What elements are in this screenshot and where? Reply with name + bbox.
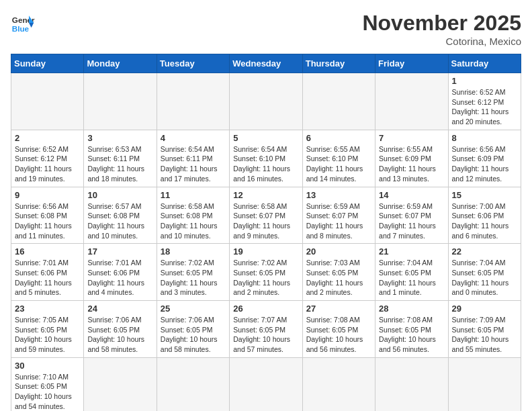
day-number: 17 xyxy=(87,246,152,257)
day-number: 9 xyxy=(15,190,80,200)
calendar-cell: 12Sunrise: 6:58 AM Sunset: 6:07 PM Dayli… xyxy=(230,187,302,244)
calendar-cell xyxy=(448,357,521,411)
calendar-cell: 22Sunrise: 7:04 AM Sunset: 6:05 PM Dayli… xyxy=(448,244,521,301)
day-number: 26 xyxy=(233,304,298,314)
day-number: 7 xyxy=(379,133,444,143)
calendar-cell: 6Sunrise: 6:55 AM Sunset: 6:10 PM Daylig… xyxy=(302,130,375,187)
day-info: Sunrise: 7:01 AM Sunset: 6:06 PM Dayligh… xyxy=(87,258,152,298)
calendar-cell: 23Sunrise: 7:05 AM Sunset: 6:05 PM Dayli… xyxy=(11,301,84,358)
day-info: Sunrise: 6:59 AM Sunset: 6:07 PM Dayligh… xyxy=(379,201,444,241)
day-number: 30 xyxy=(15,361,80,371)
weekday-header-monday: Monday xyxy=(84,54,157,73)
day-info: Sunrise: 6:58 AM Sunset: 6:08 PM Dayligh… xyxy=(161,201,226,241)
weekday-header-row: SundayMondayTuesdayWednesdayThursdayFrid… xyxy=(11,54,521,73)
day-info: Sunrise: 7:04 AM Sunset: 6:05 PM Dayligh… xyxy=(452,258,517,298)
calendar-cell: 18Sunrise: 7:02 AM Sunset: 6:05 PM Dayli… xyxy=(157,244,229,301)
month-title: November 2025 xyxy=(362,11,521,36)
day-info: Sunrise: 7:07 AM Sunset: 6:05 PM Dayligh… xyxy=(233,315,298,355)
svg-text:Blue: Blue xyxy=(12,24,30,33)
title-area: November 2025 Cotorina, Mexico xyxy=(362,11,521,47)
day-number: 2 xyxy=(15,133,80,143)
calendar-row: 2Sunrise: 6:52 AM Sunset: 6:12 PM Daylig… xyxy=(11,130,521,187)
calendar-cell: 2Sunrise: 6:52 AM Sunset: 6:12 PM Daylig… xyxy=(11,130,84,187)
day-info: Sunrise: 7:02 AM Sunset: 6:05 PM Dayligh… xyxy=(161,258,226,298)
day-info: Sunrise: 7:03 AM Sunset: 6:05 PM Dayligh… xyxy=(306,258,371,298)
calendar-cell: 11Sunrise: 6:58 AM Sunset: 6:08 PM Dayli… xyxy=(157,187,229,244)
weekday-header-saturday: Saturday xyxy=(448,54,521,73)
day-info: Sunrise: 7:05 AM Sunset: 6:05 PM Dayligh… xyxy=(15,315,80,355)
day-number: 27 xyxy=(306,304,371,314)
day-info: Sunrise: 7:08 AM Sunset: 6:05 PM Dayligh… xyxy=(379,315,444,355)
day-info: Sunrise: 7:06 AM Sunset: 6:05 PM Dayligh… xyxy=(87,315,152,355)
calendar-row: 16Sunrise: 7:01 AM Sunset: 6:06 PM Dayli… xyxy=(11,244,521,301)
calendar-cell: 5Sunrise: 6:54 AM Sunset: 6:10 PM Daylig… xyxy=(230,130,302,187)
calendar-cell: 7Sunrise: 6:55 AM Sunset: 6:09 PM Daylig… xyxy=(375,130,448,187)
weekday-header-sunday: Sunday xyxy=(11,54,84,73)
day-info: Sunrise: 6:54 AM Sunset: 6:10 PM Dayligh… xyxy=(233,144,298,184)
day-number: 25 xyxy=(161,304,226,314)
day-number: 15 xyxy=(452,190,517,200)
day-info: Sunrise: 7:06 AM Sunset: 6:05 PM Dayligh… xyxy=(161,315,226,355)
day-info: Sunrise: 6:57 AM Sunset: 6:08 PM Dayligh… xyxy=(87,201,152,241)
day-number: 16 xyxy=(15,246,80,257)
day-info: Sunrise: 6:55 AM Sunset: 6:10 PM Dayligh… xyxy=(306,144,371,184)
weekday-header-wednesday: Wednesday xyxy=(230,54,302,73)
calendar-cell xyxy=(157,357,229,411)
day-info: Sunrise: 6:59 AM Sunset: 6:07 PM Dayligh… xyxy=(306,201,371,241)
calendar-cell: 15Sunrise: 7:00 AM Sunset: 6:06 PM Dayli… xyxy=(448,187,521,244)
day-number: 22 xyxy=(452,246,517,257)
calendar-cell: 28Sunrise: 7:08 AM Sunset: 6:05 PM Dayli… xyxy=(375,301,448,358)
logo-icon: General Blue xyxy=(11,11,35,35)
calendar-row: 30Sunrise: 7:10 AM Sunset: 6:05 PM Dayli… xyxy=(11,357,521,411)
day-number: 1 xyxy=(452,76,517,86)
calendar-cell xyxy=(302,357,375,411)
day-number: 14 xyxy=(379,190,444,200)
calendar-cell: 9Sunrise: 6:56 AM Sunset: 6:08 PM Daylig… xyxy=(11,187,84,244)
calendar-cell: 13Sunrise: 6:59 AM Sunset: 6:07 PM Dayli… xyxy=(302,187,375,244)
day-number: 6 xyxy=(306,133,371,143)
calendar-cell: 14Sunrise: 6:59 AM Sunset: 6:07 PM Dayli… xyxy=(375,187,448,244)
day-number: 5 xyxy=(233,133,298,143)
day-number: 24 xyxy=(87,304,152,314)
calendar-cell xyxy=(11,73,84,130)
day-number: 18 xyxy=(161,246,226,257)
day-info: Sunrise: 6:52 AM Sunset: 6:12 PM Dayligh… xyxy=(15,144,80,184)
day-info: Sunrise: 7:04 AM Sunset: 6:05 PM Dayligh… xyxy=(379,258,444,298)
calendar-cell: 24Sunrise: 7:06 AM Sunset: 6:05 PM Dayli… xyxy=(84,301,157,358)
calendar-cell xyxy=(302,73,375,130)
day-info: Sunrise: 6:54 AM Sunset: 6:11 PM Dayligh… xyxy=(161,144,226,184)
day-number: 23 xyxy=(15,304,80,314)
day-number: 8 xyxy=(452,133,517,143)
calendar-row: 1Sunrise: 6:52 AM Sunset: 6:12 PM Daylig… xyxy=(11,73,521,130)
calendar-cell: 27Sunrise: 7:08 AM Sunset: 6:05 PM Dayli… xyxy=(302,301,375,358)
calendar-cell xyxy=(84,357,157,411)
calendar-cell xyxy=(84,73,157,130)
calendar-cell xyxy=(375,357,448,411)
logo: General Blue xyxy=(11,11,35,35)
calendar-cell: 16Sunrise: 7:01 AM Sunset: 6:06 PM Dayli… xyxy=(11,244,84,301)
day-info: Sunrise: 7:00 AM Sunset: 6:06 PM Dayligh… xyxy=(452,201,517,241)
day-number: 4 xyxy=(161,133,226,143)
day-number: 12 xyxy=(233,190,298,200)
calendar-cell: 25Sunrise: 7:06 AM Sunset: 6:05 PM Dayli… xyxy=(157,301,229,358)
calendar-cell xyxy=(375,73,448,130)
calendar-cell: 30Sunrise: 7:10 AM Sunset: 6:05 PM Dayli… xyxy=(11,357,84,411)
day-number: 19 xyxy=(233,246,298,257)
calendar-cell: 4Sunrise: 6:54 AM Sunset: 6:11 PM Daylig… xyxy=(157,130,229,187)
weekday-header-thursday: Thursday xyxy=(302,54,375,73)
calendar-cell xyxy=(230,357,302,411)
day-info: Sunrise: 7:01 AM Sunset: 6:06 PM Dayligh… xyxy=(15,258,80,298)
day-number: 10 xyxy=(87,190,152,200)
calendar-cell xyxy=(230,73,302,130)
calendar-cell: 8Sunrise: 6:56 AM Sunset: 6:09 PM Daylig… xyxy=(448,130,521,187)
header: General Blue November 2025 Cotorina, Mex… xyxy=(11,11,521,47)
calendar-cell: 21Sunrise: 7:04 AM Sunset: 6:05 PM Dayli… xyxy=(375,244,448,301)
day-number: 20 xyxy=(306,246,371,257)
day-info: Sunrise: 6:55 AM Sunset: 6:09 PM Dayligh… xyxy=(379,144,444,184)
day-number: 13 xyxy=(306,190,371,200)
calendar-cell: 19Sunrise: 7:02 AM Sunset: 6:05 PM Dayli… xyxy=(230,244,302,301)
day-info: Sunrise: 7:02 AM Sunset: 6:05 PM Dayligh… xyxy=(233,258,298,298)
calendar-cell: 20Sunrise: 7:03 AM Sunset: 6:05 PM Dayli… xyxy=(302,244,375,301)
calendar-cell xyxy=(157,73,229,130)
location-title: Cotorina, Mexico xyxy=(362,36,521,47)
